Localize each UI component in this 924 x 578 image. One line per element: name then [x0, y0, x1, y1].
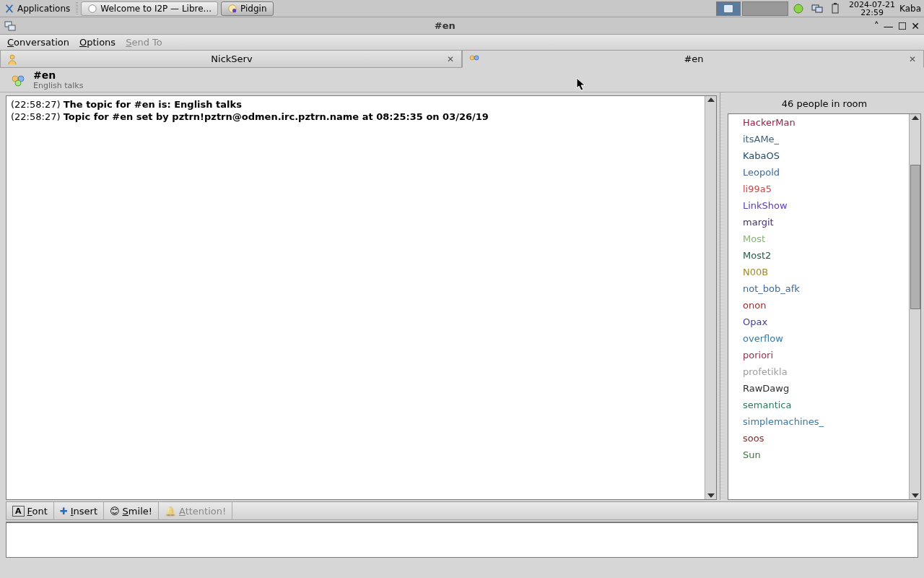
tray-blank: [742, 1, 788, 16]
menu-conversation[interactable]: Conversation: [7, 37, 69, 48]
svg-point-13: [474, 56, 479, 60]
svg-rect-10: [9, 25, 15, 30]
userlist-item[interactable]: Most: [728, 230, 920, 247]
userlist-item[interactable]: poriori: [728, 347, 920, 363]
applications-label: Applications: [17, 4, 70, 14]
formatting-toolbar: A Font ✚ Insert 😊 Smile! 🔔 Attention!: [6, 501, 918, 520]
person-icon: [6, 53, 18, 65]
clock-time: 22:59: [849, 9, 895, 17]
userlist-item[interactable]: Opax: [728, 314, 920, 330]
userlist-item[interactable]: margit: [728, 214, 920, 230]
window-icon: [4, 20, 16, 32]
tray-area: [788, 3, 845, 14]
scroll-up-icon[interactable]: [912, 116, 919, 120]
taskbar-item-browser[interactable]: Welcome to I2P — Libre...: [81, 1, 218, 16]
userlist-item[interactable]: HackerMan: [728, 114, 920, 131]
window-title: #en: [20, 20, 870, 31]
channel-name: #en: [33, 69, 83, 81]
userlist-item[interactable]: profetikla: [728, 363, 920, 380]
userlist-item[interactable]: semantica: [728, 397, 920, 413]
userlist[interactable]: HackerManitsAMe_KabaOSLeopoldli99a5LinkS…: [728, 113, 921, 500]
userlist-item[interactable]: Most2: [728, 247, 920, 264]
panel-user[interactable]: Kaba: [899, 4, 924, 14]
channel-icon: [10, 72, 26, 88]
window-rollup[interactable]: ˄: [874, 20, 879, 32]
monitors-icon[interactable]: [811, 3, 823, 14]
scroll-up-icon[interactable]: [707, 98, 715, 102]
userlist-header: 46 people in room: [728, 95, 921, 113]
window-maximize[interactable]: ☐: [898, 20, 907, 32]
svg-rect-6: [816, 7, 822, 12]
tray-workspace-switcher[interactable]: [716, 1, 741, 16]
tab-label: #en: [480, 53, 907, 64]
userlist-item[interactable]: N00B: [728, 264, 920, 280]
userlist-item[interactable]: itsAMe_: [728, 131, 920, 147]
panel-separator: [76, 2, 78, 15]
userlist-item[interactable]: simplemachines_: [728, 413, 920, 430]
tab-close-icon[interactable]: ✕: [907, 54, 918, 64]
userlist-item[interactable]: Leopold: [728, 164, 920, 181]
task-label: Welcome to I2P — Libre...: [100, 4, 212, 14]
userlist-item[interactable]: RawDawg: [728, 380, 920, 397]
tab-nickserv[interactable]: NickServ ✕: [0, 51, 462, 68]
conversation-scrollbar[interactable]: [705, 96, 716, 499]
tab-en[interactable]: #en ✕: [462, 51, 924, 68]
userlist-item[interactable]: not_bob_afk: [728, 280, 920, 297]
channel-topic: English talks: [33, 81, 83, 90]
svg-point-0: [89, 4, 97, 12]
message-line: (22:58:27) The topic for #en is: English…: [11, 99, 712, 110]
scroll-down-icon[interactable]: [707, 493, 715, 498]
userlist-item[interactable]: soos: [728, 430, 920, 447]
menu-send-to: Send To: [126, 37, 162, 48]
applications-menu[interactable]: Applications: [0, 4, 74, 14]
scrollbar-thumb[interactable]: [910, 165, 920, 309]
svg-point-4: [794, 4, 803, 13]
scroll-down-icon[interactable]: [912, 493, 919, 498]
svg-rect-7: [832, 4, 838, 13]
svg-point-12: [470, 56, 474, 60]
message-input[interactable]: [6, 522, 918, 558]
window-close[interactable]: ✕: [911, 20, 920, 32]
userlist-item[interactable]: Sun: [728, 447, 920, 463]
svg-point-2: [232, 9, 236, 12]
panel-clock[interactable]: 2024-07-21 22:59: [845, 1, 899, 17]
network-icon[interactable]: [793, 3, 804, 14]
attention-button: 🔔 Attention!: [159, 502, 232, 519]
userlist-scrollbar[interactable]: [909, 114, 920, 499]
conversation-view[interactable]: (22:58:27) The topic for #en is: English…: [6, 95, 717, 500]
svg-rect-8: [834, 3, 837, 4]
clock-date: 2024-07-21: [849, 1, 895, 9]
taskbar-item-pidgin[interactable]: Pidgin: [221, 1, 273, 16]
font-button[interactable]: A Font: [6, 502, 54, 519]
tab-close-icon[interactable]: ✕: [445, 54, 456, 64]
smile-button[interactable]: 😊 Smile!: [104, 502, 159, 519]
insert-button[interactable]: ✚ Insert: [54, 502, 104, 519]
userlist-item[interactable]: overflow: [728, 330, 920, 347]
menu-options[interactable]: Options: [79, 37, 116, 48]
userlist-item[interactable]: LinkShow: [728, 197, 920, 214]
svg-point-16: [15, 80, 21, 86]
tab-label: NickServ: [18, 53, 445, 64]
svg-point-11: [10, 55, 14, 59]
userlist-item[interactable]: onon: [728, 297, 920, 314]
people-icon: [468, 53, 480, 65]
message-line: (22:58:27) Topic for #en set by pztrn!pz…: [11, 111, 712, 122]
task-label: Pidgin: [240, 4, 266, 14]
window-minimize[interactable]: —: [884, 20, 894, 32]
userlist-item[interactable]: li99a5: [728, 181, 920, 197]
svg-rect-3: [725, 5, 733, 12]
userlist-item[interactable]: KabaOS: [728, 147, 920, 164]
battery-icon[interactable]: [830, 3, 840, 14]
